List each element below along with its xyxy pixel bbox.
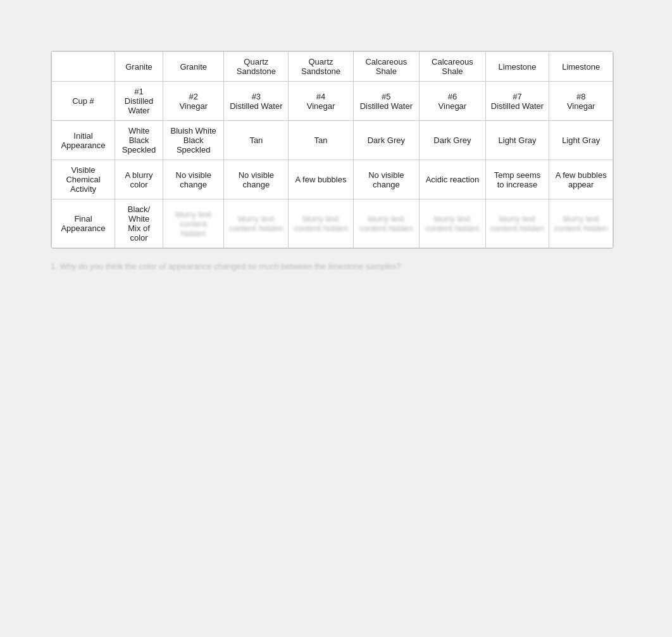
rock-header-1: Granite: [115, 52, 163, 82]
final-cell-2: blurry text content hidden: [163, 199, 224, 248]
cup-cell-4: #4Vinegar: [289, 82, 353, 121]
chemical-cell-6: Acidic reaction: [420, 160, 486, 199]
cup-cell-7: #7Distilled Water: [485, 82, 549, 121]
chemical-cell-3: No visible change: [224, 160, 289, 199]
final-cell-6: blurry text content hidden: [420, 199, 486, 248]
chemical-cell-7: Temp seems to increase: [485, 160, 549, 199]
final-cell-1: Black/WhiteMix of color: [115, 199, 163, 248]
initial-cell-7: Light Gray: [485, 121, 549, 160]
initial-cell-3: Tan: [224, 121, 289, 160]
chemical-cell-2: No visible change: [163, 160, 224, 199]
rock-header-8: Limestone: [549, 52, 613, 82]
chemical-cell-5: No visible change: [353, 160, 420, 199]
rock-header-7: Limestone: [485, 52, 549, 82]
chemical-row-header: Visible Chemical Activity: [52, 160, 115, 199]
final-cell-8: blurry text content hidden: [549, 199, 613, 248]
initial-row: Initial Appearance WhiteBlackSpeckled Bl…: [52, 121, 613, 160]
final-cell-7: blurry text content hidden: [485, 199, 549, 248]
initial-cell-4: Tan: [289, 121, 353, 160]
cup-cell-8: #8Vinegar: [549, 82, 613, 121]
final-cell-4: blurry text content hidden: [289, 199, 353, 248]
data-table: Granite Granite QuartzSandstone QuartzSa…: [51, 51, 613, 248]
final-cell-3: blurry text content hidden: [224, 199, 289, 248]
main-table-wrapper: Granite Granite QuartzSandstone QuartzSa…: [51, 51, 614, 249]
rock-header-5: Calcareous Shale: [353, 52, 420, 82]
rock-header-6: Calcareous Shale: [420, 52, 486, 82]
cup-cell-2: #2Vinegar: [163, 82, 224, 121]
initial-cell-6: Dark Grey: [420, 121, 486, 160]
rock-header-3: QuartzSandstone: [224, 52, 289, 82]
cup-cell-6: #6Vinegar: [420, 82, 486, 121]
cup-row-header: Cup #: [52, 82, 115, 121]
cup-row: Cup # #1Distilled Water #2Vinegar #3Dist…: [52, 82, 613, 121]
rock-header-2: Granite: [163, 52, 224, 82]
initial-cell-8: Light Gray: [549, 121, 613, 160]
cup-cell-5: #5Distilled Water: [353, 82, 420, 121]
chemical-row: Visible Chemical Activity A blurry color…: [52, 160, 613, 199]
final-cell-5: blurry text content hidden: [353, 199, 420, 248]
footer-question: 1. Why do you think the color of appeara…: [51, 262, 525, 271]
final-row: Final Appearance Black/WhiteMix of color…: [52, 199, 613, 248]
chemical-cell-1: A blurry color: [115, 160, 163, 199]
corner-cell: [52, 52, 115, 82]
initial-cell-1: WhiteBlackSpeckled: [115, 121, 163, 160]
rock-header-4: QuartzSandstone: [289, 52, 353, 82]
final-row-header: Final Appearance: [52, 199, 115, 248]
initial-cell-5: Dark Grey: [353, 121, 420, 160]
initial-cell-2: Bluish WhiteBlackSpeckled: [163, 121, 224, 160]
chemical-cell-8: A few bubbles appear: [549, 160, 613, 199]
chemical-cell-4: A few bubbles: [289, 160, 353, 199]
cup-cell-3: #3Distilled Water: [224, 82, 289, 121]
cup-cell-1: #1Distilled Water: [115, 82, 163, 121]
initial-row-header: Initial Appearance: [52, 121, 115, 160]
